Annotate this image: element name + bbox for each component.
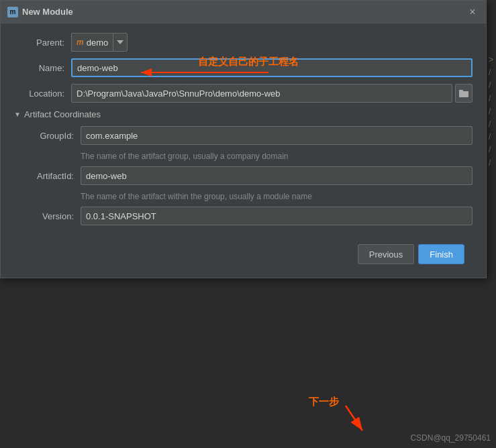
artifactid-control	[81, 166, 473, 185]
groupid-helper: The name of the artifact group, usually …	[23, 152, 473, 161]
groupid-input[interactable]	[81, 126, 473, 145]
artifact-section-header: ▼ Artifact Coordinates	[14, 109, 473, 119]
parent-dropdown-button[interactable]	[113, 33, 128, 52]
close-button[interactable]: ×	[466, 5, 479, 19]
artifactid-row: ArtifactId:	[23, 166, 473, 185]
dialog-footer: Previous Finish	[14, 239, 473, 271]
parent-module-name: demo	[87, 38, 109, 48]
artifactid-helper: The name of the artifact within the grou…	[23, 192, 473, 201]
artifactid-label: ArtifactId:	[23, 171, 81, 181]
section-title: Artifact Coordinates	[24, 109, 101, 119]
artifactid-input[interactable]	[81, 166, 473, 185]
parent-label: Parent:	[14, 38, 71, 48]
watermark: CSDN@qq_29750461	[410, 433, 491, 443]
name-control	[71, 58, 473, 77]
version-input[interactable]	[81, 207, 473, 225]
location-label: Location:	[14, 89, 71, 99]
parent-row: Parent: m demo	[14, 33, 473, 52]
finish-button[interactable]: Finish	[418, 244, 464, 264]
version-control	[81, 207, 473, 225]
groupid-label: GroupId:	[23, 131, 81, 141]
previous-button[interactable]: Previous	[358, 244, 415, 264]
name-label: Name:	[14, 63, 71, 73]
location-input[interactable]	[71, 84, 452, 103]
chevron-down-icon	[117, 40, 123, 44]
new-module-dialog: m New Module × Parent: m demo	[0, 0, 487, 278]
dialog-title-text: New Module	[22, 7, 73, 17]
parent-badge: m demo	[71, 33, 113, 52]
version-row: Version:	[23, 207, 473, 225]
dialog-title-icon: m	[7, 7, 18, 17]
titlebar-left: m New Module	[7, 7, 73, 17]
folder-icon	[459, 89, 468, 97]
parent-select-wrap: m demo	[71, 33, 473, 52]
artifact-section-content: GroupId: The name of the artifact group,…	[14, 126, 473, 225]
location-control	[71, 84, 473, 103]
browse-button[interactable]	[455, 84, 473, 103]
dialog-titlebar: m New Module ×	[1, 1, 486, 23]
dialog-body: Parent: m demo Name:	[1, 23, 486, 278]
groupid-control	[81, 126, 473, 145]
groupid-row: GroupId:	[23, 126, 473, 145]
location-wrap	[71, 84, 473, 103]
name-row: Name:	[14, 58, 473, 77]
section-toggle-icon[interactable]: ▼	[14, 111, 21, 118]
svg-rect-1	[459, 90, 463, 93]
parent-control: m demo	[71, 33, 473, 52]
name-input[interactable]	[71, 58, 473, 77]
title-icon-letter: m	[10, 8, 16, 15]
parent-module-icon: m	[77, 38, 84, 47]
version-label: Version:	[23, 211, 81, 221]
location-row: Location:	[14, 84, 473, 103]
